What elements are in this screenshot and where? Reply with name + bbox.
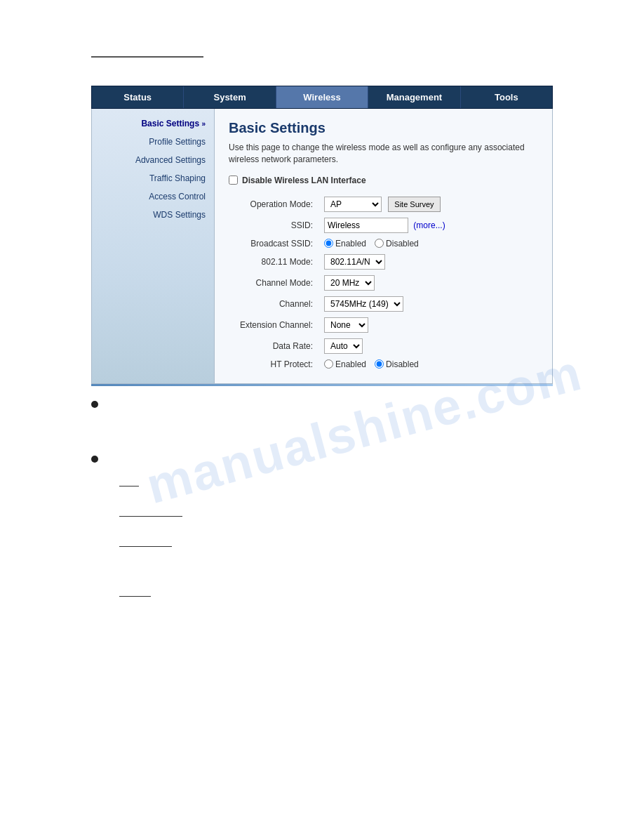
nav-item-tools[interactable]: Tools — [461, 86, 552, 108]
broadcast-ssid-disabled-radio[interactable] — [375, 239, 384, 248]
operation-mode-row: Operation Mode: AP Client WDS AP+WDS Sit… — [229, 194, 538, 215]
underline-tiny-1 — [119, 546, 172, 547]
channel-select[interactable]: 5745MHz (149) 5765MHz (153) 5785MHz (157… — [324, 296, 403, 312]
ssid-label: SSID: — [229, 215, 320, 236]
extension-channel-select[interactable]: None Upper Lower — [324, 317, 368, 333]
broadcast-ssid-label: Broadcast SSID: — [229, 236, 320, 251]
mode-80211-cell: 802.11A/N 802.11A 802.11N — [320, 251, 538, 272]
operation-mode-cell: AP Client WDS AP+WDS Site Survey — [320, 194, 538, 215]
extension-channel-label: Extension Channel: — [229, 315, 320, 336]
broadcast-ssid-disabled-label[interactable]: Disabled — [375, 239, 419, 249]
ht-protect-disabled-label[interactable]: Disabled — [375, 359, 419, 369]
sidebar-item-wds-settings[interactable]: WDS Settings — [92, 206, 214, 224]
bullet-section-2 — [91, 454, 553, 600]
broadcast-ssid-disabled-text: Disabled — [386, 239, 419, 249]
disable-wireless-row: Disable Wireless LAN Interface — [229, 176, 538, 185]
broadcast-ssid-enabled-text: Enabled — [335, 239, 366, 249]
ht-protect-disabled-text: Disabled — [386, 359, 419, 369]
bullet-item-1 — [91, 399, 553, 441]
data-rate-label: Data Rate: — [229, 336, 320, 357]
mode-80211-label: 802.11 Mode: — [229, 251, 320, 272]
mode-80211-select[interactable]: 802.11A/N 802.11A 802.11N — [324, 254, 385, 270]
bullet-text-2 — [105, 454, 553, 600]
mode-80211-row: 802.11 Mode: 802.11A/N 802.11A 802.11N — [229, 251, 538, 272]
sidebar-item-basic-settings[interactable]: Basic Settings » — [92, 114, 214, 133]
channel-row: Channel: 5745MHz (149) 5765MHz (153) 578… — [229, 293, 538, 315]
ht-protect-enabled-text: Enabled — [335, 359, 366, 369]
operation-mode-label: Operation Mode: — [229, 194, 320, 215]
disable-wireless-label: Disable Wireless LAN Interface — [242, 176, 366, 185]
settings-form: Operation Mode: AP Client WDS AP+WDS Sit… — [229, 194, 538, 372]
main-container: Basic Settings » Profile Settings Advanc… — [91, 109, 553, 384]
channel-mode-row: Channel Mode: 20 MHz 40 MHz — [229, 272, 538, 293]
bullet-dot-1 — [91, 401, 98, 408]
content-area: Basic Settings Use this page to change t… — [215, 109, 552, 383]
data-rate-row: Data Rate: Auto 6 9 12 18 24 36 48 — [229, 336, 538, 357]
top-decorative-line — [91, 56, 203, 58]
bullet-dot-2 — [91, 456, 98, 463]
disable-wireless-checkbox[interactable] — [229, 176, 238, 185]
nav-bar: Status System Wireless Management Tools — [91, 86, 553, 109]
ssid-more-link[interactable]: (more...) — [413, 220, 445, 230]
channel-label: Channel: — [229, 293, 320, 315]
site-survey-button[interactable]: Site Survey — [388, 197, 440, 212]
sidebar-item-advanced-settings[interactable]: Advanced Settings — [92, 151, 214, 169]
bullet-section-1 — [91, 399, 553, 441]
broadcast-ssid-enabled-radio[interactable] — [324, 239, 333, 248]
broadcast-ssid-cell: Enabled Disabled — [320, 236, 538, 251]
channel-mode-cell: 20 MHz 40 MHz — [320, 272, 538, 293]
page-description: Use this page to change the wireless mod… — [229, 142, 538, 166]
underline-medium-1 — [119, 516, 182, 517]
underline-small-1 — [119, 596, 151, 597]
nav-item-wireless[interactable]: Wireless — [276, 86, 368, 108]
ssid-cell: (more...) — [320, 215, 538, 236]
data-rate-cell: Auto 6 9 12 18 24 36 48 54 — [320, 336, 538, 357]
underline-short-1 — [119, 486, 139, 486]
bullet-item-2 — [91, 454, 553, 600]
sidebar: Basic Settings » Profile Settings Advanc… — [92, 109, 215, 383]
nav-item-system[interactable]: System — [184, 86, 276, 108]
channel-cell: 5745MHz (149) 5765MHz (153) 5785MHz (157… — [320, 293, 538, 315]
ssid-input[interactable] — [324, 218, 408, 233]
nav-item-management[interactable]: Management — [368, 86, 460, 108]
channel-mode-label: Channel Mode: — [229, 272, 320, 293]
ht-protect-radio-group: Enabled Disabled — [324, 359, 534, 369]
broadcast-ssid-radio-group: Enabled Disabled — [324, 239, 534, 249]
bottom-accent-line — [91, 384, 553, 386]
ht-protect-enabled-radio[interactable] — [324, 359, 333, 369]
broadcast-ssid-row: Broadcast SSID: Enabled Disabled — [229, 236, 538, 251]
ht-protect-label: HT Protect: — [229, 357, 320, 372]
sidebar-item-profile-settings[interactable]: Profile Settings — [92, 133, 214, 151]
ht-protect-enabled-label[interactable]: Enabled — [324, 359, 366, 369]
ht-protect-row: HT Protect: Enabled Disabled — [229, 357, 538, 372]
nav-item-status[interactable]: Status — [92, 86, 184, 108]
sidebar-item-access-control[interactable]: Access Control — [92, 187, 214, 206]
sidebar-item-traffic-shaping[interactable]: Traffic Shaping — [92, 169, 214, 187]
ssid-row: SSID: (more...) — [229, 215, 538, 236]
channel-mode-select[interactable]: 20 MHz 40 MHz — [324, 275, 375, 291]
ht-protect-cell: Enabled Disabled — [320, 357, 538, 372]
bullet-text-1 — [105, 399, 553, 441]
ht-protect-disabled-radio[interactable] — [375, 359, 384, 369]
operation-mode-select[interactable]: AP Client WDS AP+WDS — [324, 197, 382, 212]
data-rate-select[interactable]: Auto 6 9 12 18 24 36 48 54 — [324, 338, 363, 354]
page-title: Basic Settings — [229, 120, 538, 136]
broadcast-ssid-enabled-label[interactable]: Enabled — [324, 239, 366, 249]
extension-channel-row: Extension Channel: None Upper Lower — [229, 315, 538, 336]
extension-channel-cell: None Upper Lower — [320, 315, 538, 336]
